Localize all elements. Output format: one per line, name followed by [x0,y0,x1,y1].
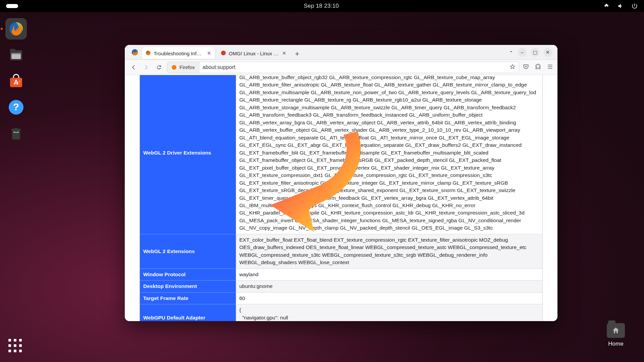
svg-text:?: ? [13,101,19,112]
window-close-button[interactable]: ✕ [543,48,552,57]
files-icon [8,47,24,63]
tab-omglinux[interactable]: OMG! Linux - Linux News ✕ [217,47,290,59]
reload-button[interactable] [154,63,164,72]
desktop-home-shortcut[interactable]: Home [602,323,629,347]
url-bar[interactable]: Firefox about:support [167,62,519,73]
svg-rect-9 [12,130,20,139]
svg-text:A: A [14,78,18,86]
row-key: WebGL 2 Extensions [140,234,236,268]
trash-icon [8,125,24,141]
tab-troubleshooting[interactable]: Troubleshooting Informa ✕ [142,47,215,59]
page-content[interactable]: WebGL 2 Driver ExtensionsGL_ARB_texture_… [125,75,557,321]
svg-rect-2 [10,49,15,52]
list-all-tabs-button[interactable] [508,49,514,56]
show-applications-button[interactable] [7,338,23,353]
bookmark-star-button[interactable] [506,64,519,71]
url-text: about:support [199,64,506,70]
firefox-icon [171,65,177,70]
tab-bar: Troubleshooting Informa ✕ OMG! Linux - L… [125,45,557,60]
app-menu-button[interactable] [547,63,553,71]
row-value: 60 [236,292,542,304]
pocket-button[interactable] [523,63,529,71]
row-key: Window Protocol [140,268,236,280]
row-value: ubuntu:gnome [236,281,542,292]
identity-label: Firefox [179,64,195,70]
table-row: Target Frame Rate60 [140,292,542,304]
extensions-button[interactable] [535,63,541,71]
row-value: GL_ARB_texture_buffer_object_rgb32 GL_AR… [236,75,542,234]
row-value: { "navigator.gpu": null } [236,304,542,321]
window-minimize-button[interactable]: – [518,48,527,57]
tab-label: Troubleshooting Informa [154,51,204,56]
row-key: WebGL 2 Driver Extensions [140,75,236,234]
row-value: wayland [236,268,542,280]
row-key: Desktop Environment [140,281,236,292]
table-row: WebGL 2 Driver ExtensionsGL_ARB_texture_… [140,75,542,234]
gnome-topbar: Sep 18 23:10 [0,0,644,12]
firefox-icon [8,21,24,37]
firefox-favicon-icon [146,50,151,57]
dock-item-trash[interactable] [5,123,27,144]
help-icon: ? [8,99,24,115]
firefox-menu-icon[interactable] [128,45,142,59]
software-store-icon: A [8,73,24,89]
power-icon [631,3,638,9]
network-icon [603,3,610,9]
home-label: Home [602,341,629,347]
table-row: WebGPU Default Adapter{ "navigator.gpu":… [140,304,542,321]
row-key: WebGPU Default Adapter [140,304,236,321]
identity-firefox-pill[interactable]: Firefox [167,62,199,73]
table-row: WebGL 2 ExtensionsEXT_color_buffer_float… [140,234,542,268]
clock[interactable]: Sep 18 23:10 [304,3,339,9]
dock: A ? [0,12,32,362]
back-button[interactable] [129,63,138,72]
tab-label: OMG! Linux - Linux News [229,51,279,56]
new-tab-button[interactable]: + [292,49,303,59]
dock-item-firefox[interactable] [5,18,27,40]
site-favicon-icon [221,50,226,57]
row-value: EXT_color_buffer_float EXT_float_blend E… [236,234,542,268]
window-maximize-button[interactable]: ▢ [531,48,539,57]
activities-pill-icon [6,4,18,8]
about-support-table: WebGL 2 Driver ExtensionsGL_ARB_texture_… [140,75,543,321]
activities-corner[interactable] [6,4,40,8]
svg-point-13 [221,51,226,55]
tab-close-icon[interactable]: ✕ [282,50,286,56]
forward-button[interactable] [142,63,151,72]
navigation-toolbar: Firefox about:support [125,60,557,75]
dock-item-software[interactable]: A [5,70,27,92]
dock-item-help[interactable]: ? [5,97,27,118]
tab-close-icon[interactable]: ✕ [207,50,211,56]
svg-rect-4 [11,53,21,54]
table-row: Desktop Environmentubuntu:gnome [140,281,542,292]
row-key: Target Frame Rate [140,292,236,304]
firefox-window: Troubleshooting Informa ✕ OMG! Linux - L… [125,45,557,321]
volume-icon [617,3,624,9]
dock-item-files[interactable] [5,44,27,66]
home-folder-icon [607,323,625,338]
system-status-area[interactable] [603,3,638,9]
table-row: Window Protocolwayland [140,268,542,280]
